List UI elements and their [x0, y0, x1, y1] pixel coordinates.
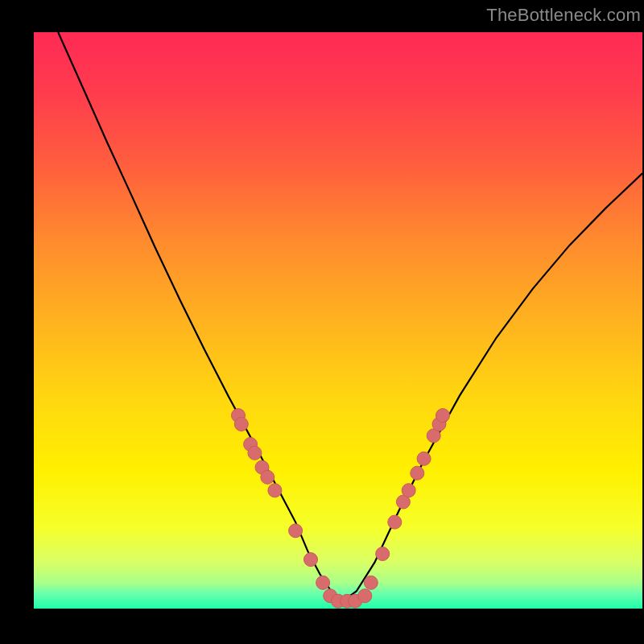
chart-svg — [34, 32, 642, 609]
data-marker — [436, 409, 450, 423]
plot-area — [34, 32, 642, 609]
chart-frame: TheBottleneck.com — [0, 0, 644, 644]
data-marker — [388, 515, 402, 529]
data-marker — [376, 547, 390, 561]
data-marker — [304, 553, 318, 567]
data-marker — [248, 446, 262, 460]
data-marker — [402, 484, 415, 497]
data-marker — [417, 452, 431, 465]
watermark-text: TheBottleneck.com — [486, 5, 641, 26]
marker-group — [232, 409, 450, 609]
data-marker — [358, 589, 372, 603]
data-marker — [411, 466, 424, 480]
data-marker — [316, 576, 330, 589]
data-marker — [289, 524, 303, 538]
data-marker — [268, 484, 282, 497]
bottleneck-curve — [58, 32, 642, 600]
data-marker — [364, 576, 378, 589]
data-marker — [234, 417, 248, 431]
data-marker — [261, 470, 275, 484]
